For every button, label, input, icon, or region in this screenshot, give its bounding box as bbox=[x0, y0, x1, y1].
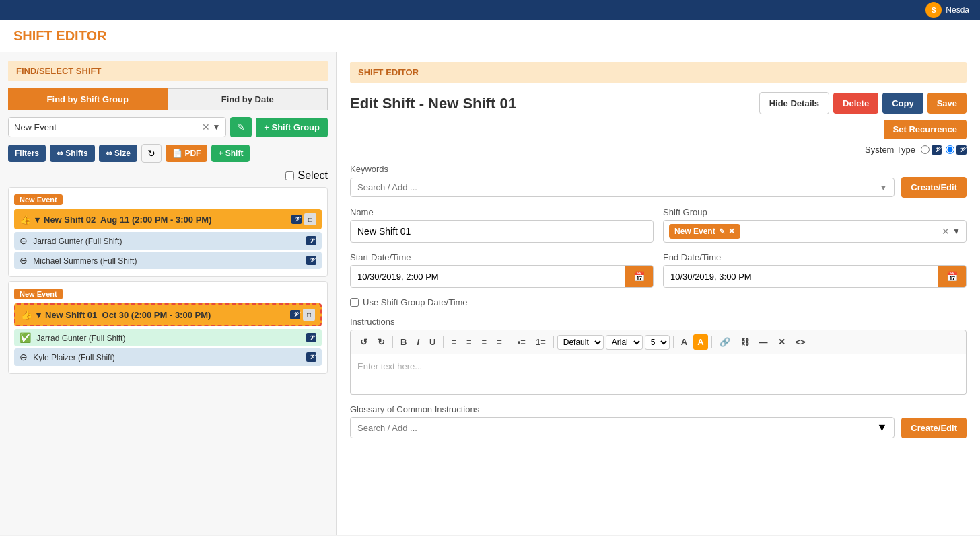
redo-button[interactable]: ↻ bbox=[374, 334, 389, 350]
glossary-search-box[interactable]: ▼ bbox=[350, 417, 895, 438]
radio-item-1: 𝒱 bbox=[921, 145, 942, 155]
shift-row-1[interactable]: 👍 ▾ New Shift 02 Aug 11 (2:00 PM - 3:00 … bbox=[14, 209, 322, 229]
glossary-dropdown-arrow[interactable]: ▼ bbox=[877, 422, 888, 434]
tab-find-by-date[interactable]: Find by Date bbox=[168, 88, 328, 110]
text-color-button[interactable]: A bbox=[677, 334, 691, 350]
group-label-1: New Event bbox=[14, 194, 63, 205]
datetime-row: Start Date/Time 📅 End Date/Time 📅 bbox=[350, 252, 967, 288]
link-button[interactable]: 🔗 bbox=[715, 334, 734, 350]
list-ordered-button[interactable]: 1≡ bbox=[532, 334, 550, 350]
shift-group-edit-icon[interactable]: ✎ bbox=[719, 227, 725, 236]
select-check-row: Select bbox=[8, 169, 328, 182]
hr-button[interactable]: — bbox=[755, 334, 772, 350]
shift-group-remove-icon[interactable]: ✕ bbox=[728, 227, 735, 236]
instructions-section: Instructions ↺ ↻ B I U ≡ ≡ ≡ ≡ •≡ 1≡ Def… bbox=[350, 317, 967, 395]
right-panel: SHIFT EDITOR Edit Shift - New Shift 01 H… bbox=[337, 52, 980, 535]
shift-1-action-btn[interactable]: □ bbox=[304, 213, 316, 225]
glossary-section: Glossary of Common Instructions ▼ Create… bbox=[350, 404, 967, 438]
font-size-select[interactable]: 5 bbox=[645, 335, 670, 350]
shifts-button[interactable]: ⇔ Shifts bbox=[50, 145, 95, 162]
radio-item-2: 𝒱 bbox=[946, 145, 967, 155]
main-layout: FIND/SELECT SHIFT Find by Shift Group Fi… bbox=[0, 52, 980, 535]
staff-name-2-1: Jarrad Gunter (Full Shift) bbox=[36, 334, 125, 343]
align-justify-button[interactable]: ≡ bbox=[493, 334, 506, 350]
refresh-button[interactable]: ↻ bbox=[141, 144, 162, 163]
end-datetime-input[interactable] bbox=[664, 266, 938, 287]
filters-button[interactable]: Filters bbox=[8, 145, 46, 162]
start-datetime-input[interactable] bbox=[351, 266, 625, 287]
left-toolbar: Filters ⇔ Shifts ⇔ Size ↻ 📄 PDF + Shift bbox=[8, 144, 328, 163]
system-type-row: System Type 𝒱 𝒱 bbox=[350, 145, 967, 155]
v-badge-staff-2-1: 𝒱 bbox=[306, 333, 316, 342]
pdf-button[interactable]: 📄 PDF bbox=[166, 145, 207, 162]
clear-select-button[interactable]: ✕ bbox=[202, 122, 210, 132]
tab-find-by-shift-group[interactable]: Find by Shift Group bbox=[8, 88, 168, 110]
instructions-label: Instructions bbox=[350, 317, 967, 327]
create-edit-keywords-button[interactable]: Create/Edit bbox=[901, 177, 967, 198]
keywords-search-box[interactable]: ▼ bbox=[350, 178, 895, 197]
end-calendar-button[interactable]: 📅 bbox=[938, 266, 966, 287]
format-select[interactable]: Default bbox=[557, 335, 604, 350]
v-icon-1: 𝒱 bbox=[932, 145, 942, 155]
name-input[interactable] bbox=[350, 220, 654, 243]
size-button[interactable]: ⇔ Size bbox=[99, 145, 137, 162]
shift-group-tag: New Event ✎ ✕ bbox=[669, 224, 740, 239]
instructions-editor[interactable]: Enter text here... bbox=[350, 354, 967, 395]
v-badge-staff-1-2: 𝒱 bbox=[306, 256, 316, 265]
v-badge-1: 𝒱 bbox=[291, 215, 302, 224]
delete-button[interactable]: Delete bbox=[833, 93, 878, 114]
align-center-button[interactable]: ≡ bbox=[462, 334, 476, 350]
underline-button[interactable]: U bbox=[425, 334, 440, 350]
edit-shift-group-button[interactable]: ✎ bbox=[230, 117, 252, 137]
glossary-input[interactable] bbox=[357, 423, 877, 433]
clear-format-button[interactable]: ✕ bbox=[774, 334, 790, 350]
shift-2-action-btn[interactable]: □ bbox=[303, 309, 315, 321]
add-shift-group-button[interactable]: + Shift Group bbox=[256, 118, 328, 137]
staff-name-1-1: Jarrad Gunter (Full Shift) bbox=[33, 237, 122, 246]
list-bullet-button[interactable]: •≡ bbox=[514, 334, 530, 350]
shift-row-1-info: 👍 ▾ New Shift 02 Aug 11 (2:00 PM - 3:00 … bbox=[20, 214, 211, 225]
copy-button[interactable]: Copy bbox=[882, 93, 923, 114]
staff-row-1-2: ⊖ Michael Summers (Full Shift) 𝒱 bbox=[14, 252, 322, 269]
add-shift-button[interactable]: + Shift bbox=[211, 145, 250, 162]
instructions-placeholder: Enter text here... bbox=[357, 361, 422, 371]
keywords-input[interactable] bbox=[357, 182, 879, 192]
shift-group-box-1: New Event 👍 ▾ New Shift 02 Aug 11 (2:00 … bbox=[8, 187, 328, 277]
unlink-button[interactable]: ⛓ bbox=[736, 334, 753, 350]
hide-details-button[interactable]: Hide Details bbox=[759, 92, 829, 114]
minus-icon-2-2: ⊖ bbox=[20, 352, 28, 362]
user-info: S Nesda bbox=[925, 2, 969, 18]
system-type-radio-1[interactable] bbox=[921, 145, 930, 154]
set-recurrence-button[interactable]: Set Recurrence bbox=[884, 120, 967, 139]
sg-clear-button[interactable]: ✕ bbox=[942, 226, 950, 237]
code-button[interactable]: <> bbox=[792, 334, 810, 350]
italic-button[interactable]: I bbox=[413, 334, 423, 350]
dropdown-arrow[interactable]: ▼ bbox=[212, 122, 220, 132]
bold-button[interactable]: B bbox=[396, 334, 411, 350]
select-all-checkbox[interactable] bbox=[285, 171, 294, 180]
shift-group-label: Shift Group bbox=[663, 207, 967, 217]
use-shift-group-datetime-label: Use Shift Group Date/Time bbox=[363, 297, 468, 307]
shift-group-select[interactable]: New Event ✕ ▼ bbox=[8, 117, 226, 137]
v-badge-staff-1-1: 𝒱 bbox=[306, 236, 316, 245]
shift-dropdown-1[interactable]: ▾ bbox=[35, 215, 40, 225]
bg-color-button[interactable]: A bbox=[693, 334, 707, 350]
keywords-dropdown-arrow[interactable]: ▼ bbox=[879, 183, 887, 192]
toolbar-divider-3 bbox=[510, 336, 510, 348]
undo-button[interactable]: ↺ bbox=[356, 334, 372, 350]
sg-dropdown-button[interactable]: ▼ bbox=[952, 227, 960, 236]
use-shift-group-datetime-checkbox[interactable] bbox=[350, 298, 359, 307]
start-calendar-button[interactable]: 📅 bbox=[625, 266, 653, 287]
create-edit-glossary-button[interactable]: Create/Edit bbox=[901, 418, 967, 438]
staff-row-2-1: ✅ Jarrad Gunter (Full Shift) 𝒱 bbox=[14, 329, 322, 346]
v-badge-2: 𝒱 bbox=[290, 310, 300, 319]
pdf-icon: 📄 bbox=[172, 149, 182, 158]
thumbs-up-icon-1: 👍 bbox=[20, 214, 31, 225]
shift-dropdown-2[interactable]: ▾ bbox=[36, 310, 41, 320]
align-left-button[interactable]: ≡ bbox=[447, 334, 460, 350]
shift-row-2[interactable]: 👍 ▾ New Shift 01 Oct 30 (2:00 PM - 3:00 … bbox=[14, 303, 322, 326]
system-type-radio-2[interactable] bbox=[946, 145, 954, 154]
save-button[interactable]: Save bbox=[928, 93, 967, 114]
font-select[interactable]: Arial bbox=[606, 335, 643, 350]
align-right-button[interactable]: ≡ bbox=[478, 334, 491, 350]
